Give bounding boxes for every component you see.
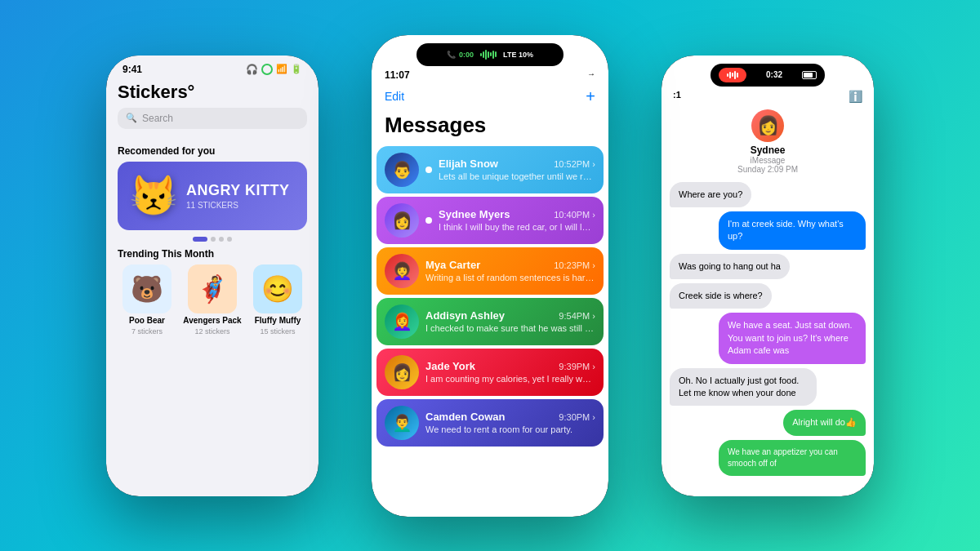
trending-item-0[interactable]: 🐻 Poo Bear 7 stickers — [118, 264, 176, 335]
battery-right — [802, 71, 817, 79]
dot-1 — [193, 237, 207, 242]
dynamic-island: 📞 0:00 LTE 10% — [416, 43, 564, 66]
bubble-3: Creek side is where? — [670, 283, 772, 309]
stickers-screen: 9:41 🎧 📶 🔋 Stickers° 🔍 Se — [106, 56, 318, 496]
dots-indicator — [118, 237, 307, 242]
msg-preview-5: We need to rent a room for our party. — [425, 424, 595, 434]
msg-content-2: Mya Carter 10:23PM › Writing a list of r… — [425, 259, 595, 282]
dot-3 — [219, 237, 224, 242]
msg-content-4: Jade York 9:39PM › I am counting my calo… — [425, 360, 595, 384]
message-row-4[interactable]: 👩 Jade York 9:39PM › I am counting my ca… — [376, 349, 604, 396]
stickers-content: Recomended for you 😾 ANGRY KITTY 11 STIC… — [106, 139, 318, 496]
msg-header-0: Elijah Snow 10:52PM › — [439, 158, 595, 170]
wave-bar-6 — [492, 51, 494, 59]
bubble-2: Was going to hang out ha — [670, 254, 790, 279]
phone-left: 9:41 🎧 📶 🔋 Stickers° 🔍 Se — [106, 56, 318, 496]
trending-count-1: 12 stickers — [194, 327, 229, 335]
chat-messages: Where are you? I'm at creek side. Why wh… — [662, 177, 874, 496]
msg-preview-0: Lets all be unique together until we rea… — [439, 171, 595, 181]
msg-content-1: Sydnee Myers 10:40PM › I think I will bu… — [439, 208, 595, 232]
chat-imessage-label: iMessage — [751, 156, 786, 165]
wave-bar-7 — [495, 51, 497, 57]
msg-content-5: Camden Cowan 9:30PM › We need to rent a … — [425, 411, 595, 434]
dot-4 — [227, 237, 232, 242]
trending-count-0: 7 stickers — [131, 327, 163, 335]
avatar-addisyn: 👩‍🦰 — [385, 304, 419, 339]
di-call-time: 0:00 — [459, 51, 474, 59]
recommended-label: Recomended for you — [118, 145, 307, 157]
msg-time-0: 10:52PM › — [554, 159, 595, 169]
trending-name-2: Fluffy Muffy — [255, 316, 301, 325]
trending-thumb-2: 😊 — [253, 264, 302, 313]
trending-thumb-0: 🐻 — [122, 264, 172, 313]
message-row-2[interactable]: 👩‍🦱 Mya Carter 10:23PM › Writing a list … — [376, 247, 604, 295]
bubble-6: Alright will do👍 — [783, 410, 866, 435]
battery-fill-right — [804, 73, 813, 78]
msg-header-5: Camden Cowan 9:30PM › — [425, 411, 595, 423]
bubble-4: We have a seat. Just sat down. You want … — [719, 313, 866, 363]
trending-thumb-1: 🦸 — [188, 264, 237, 313]
bubble-5: Oh. No I actually just got food. Let me … — [670, 368, 817, 407]
info-btn[interactable]: ℹ️ — [849, 90, 862, 103]
msg-time-5: 9:30PM › — [559, 412, 595, 422]
di-status-text: LTE 10% — [503, 51, 533, 59]
chat-contact-name: Sydnee — [751, 144, 786, 156]
msg-header-3: Addisyn Ashley 9:54PM › — [425, 309, 595, 322]
trending-item-1[interactable]: 🦸 Avengers Pack 12 stickers — [183, 264, 242, 335]
bubble-1: I'm at creek side. Why what's up? — [719, 211, 866, 250]
search-icon: 🔍 — [126, 113, 137, 123]
search-placeholder: Search — [142, 113, 173, 124]
avatar-camden: 👨‍🦱 — [385, 406, 419, 440]
rw-4 — [734, 71, 736, 79]
recording-wave — [727, 71, 738, 79]
message-row-3[interactable]: 👩‍🦰 Addisyn Ashley 9:54PM › I checked to… — [376, 298, 604, 345]
wave-bar-1 — [480, 53, 482, 56]
message-row-5[interactable]: 👨‍🦱 Camden Cowan 9:30PM › We need to ren… — [376, 399, 604, 447]
trending-count-2: 15 stickers — [260, 327, 295, 335]
message-list: 👨 Elijah Snow 10:52PM › Lets all be uniq… — [372, 144, 608, 517]
trending-item-2[interactable]: 😊 Fluffy Muffy 15 stickers — [248, 264, 307, 335]
right-time-text: :1 — [673, 90, 681, 103]
search-bar[interactable]: 🔍 Search — [118, 108, 307, 129]
msg-name-0: Elijah Snow — [439, 158, 498, 170]
wifi-icon: 📶 — [276, 64, 287, 74]
msg-preview-4: I am counting my calories, yet I really … — [425, 374, 595, 384]
avatar-mya: 👩‍🦱 — [385, 254, 419, 288]
msg-header-1: Sydnee Myers 10:40PM › — [439, 208, 595, 220]
featured-card[interactable]: 😾 ANGRY KITTY 11 STICKERS — [118, 162, 307, 230]
ring-icon — [261, 64, 273, 75]
messages-header: Edit + — [372, 82, 608, 113]
wave-bar-4 — [488, 51, 489, 58]
trending-grid: 🐻 Poo Bear 7 stickers 🦸 Avengers Pack 12… — [118, 264, 307, 335]
msg-name-2: Mya Carter — [425, 259, 480, 271]
msg-time-4: 9:39PM › — [559, 362, 595, 371]
avatar-jade: 👩 — [385, 355, 419, 389]
msg-preview-3: I checked to make sure that he was still… — [425, 323, 595, 333]
msg-content-3: Addisyn Ashley 9:54PM › I checked to mak… — [425, 309, 595, 333]
center-status-right: → — [587, 69, 595, 81]
wave-bar-5 — [490, 52, 492, 56]
msg-preview-1: I think I will buy the red car, or I wil… — [439, 222, 595, 232]
wave-bar-2 — [483, 51, 484, 58]
featured-name: ANGRY KITTY — [186, 182, 290, 199]
stickers-header: Stickers° 🔍 Search — [106, 78, 318, 139]
bubble-0: Where are you? — [670, 182, 751, 207]
message-row-1[interactable]: 👩 Sydnee Myers 10:40PM › I think I will … — [376, 197, 604, 244]
recording-pill — [719, 68, 746, 82]
message-row-0[interactable]: 👨 Elijah Snow 10:52PM › Lets all be uniq… — [376, 146, 604, 193]
phone-center: 📞 0:00 LTE 10% 11:07 → — [372, 35, 608, 517]
di-call: 📞 0:00 — [447, 51, 474, 59]
rw-2 — [729, 72, 731, 78]
right-dynamic-island: 0:32 — [710, 64, 825, 87]
rw-1 — [727, 73, 728, 77]
bubble-7: We have an appetizer you can smooch off … — [719, 440, 866, 476]
edit-button[interactable]: Edit — [385, 90, 404, 103]
unread-dot-1 — [425, 217, 432, 224]
di-wave — [480, 50, 497, 60]
dot-2 — [211, 237, 216, 242]
messages-title: Messages — [372, 113, 608, 144]
compose-button[interactable]: + — [586, 87, 595, 106]
timer-display: 0:32 — [766, 70, 782, 79]
featured-emoji: 😾 — [129, 173, 178, 219]
left-time: 9:41 — [122, 64, 142, 75]
